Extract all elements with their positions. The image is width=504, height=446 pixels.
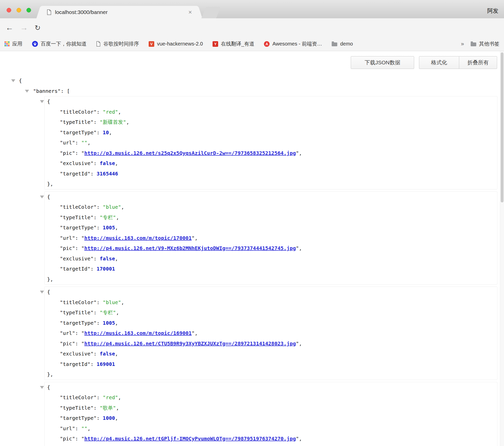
tab-title: localhost:3000/banner bbox=[55, 9, 188, 15]
json-link[interactable]: http://p4.music.126.net/tGPljf-IMOCyPvum… bbox=[84, 436, 296, 442]
json-string-value: "blue" bbox=[103, 299, 121, 305]
apps-grid-icon bbox=[5, 41, 9, 46]
other-bookmarks[interactable]: 其他书签 bbox=[471, 40, 499, 47]
reload-button[interactable]: ↻ bbox=[35, 23, 40, 32]
json-link[interactable]: http://p3.music.126.net/s25q2x5QyqsAzilC… bbox=[84, 150, 296, 156]
json-key: "typeTitle" bbox=[60, 309, 93, 316]
bookmarks-bar: 应用 百度一下，你就知道 谷歌按时间排序 V vue-hackernews-2.… bbox=[0, 37, 504, 51]
folder-icon bbox=[332, 42, 337, 46]
json-key: "titleColor" bbox=[60, 204, 97, 210]
browser-tab[interactable]: localhost:3000/banner × bbox=[42, 6, 197, 18]
banner-object-3: {"titleColor": "red","typeTitle": "歌单","… bbox=[44, 382, 497, 446]
json-key: "targetId" bbox=[60, 266, 90, 272]
json-number-value: 1005 bbox=[103, 225, 115, 231]
json-field-targetType: "targetType": 1005, bbox=[45, 222, 497, 233]
collapse-all-button[interactable]: 折叠所有 bbox=[459, 56, 497, 69]
json-banners-key: "banners": [ bbox=[0, 86, 500, 96]
scrollbar-thumb[interactable] bbox=[501, 52, 503, 202]
maximize-window-button[interactable] bbox=[26, 8, 31, 12]
json-field-titleColor: "titleColor": "blue", bbox=[45, 202, 497, 212]
json-key: "targetId" bbox=[60, 171, 90, 177]
json-number-value: 3165446 bbox=[97, 171, 118, 177]
bookmark-apps[interactable]: 应用 bbox=[5, 40, 22, 47]
bookmark-baidu[interactable]: 百度一下，你就知道 bbox=[32, 40, 87, 47]
traffic-lights bbox=[7, 8, 31, 12]
json-number-value: 1000 bbox=[103, 415, 115, 421]
json-key: "titleColor" bbox=[60, 299, 97, 305]
bookmark-awesomes[interactable]: A Awesomes - 前端资… bbox=[264, 40, 322, 47]
json-field-exclusive: "exclusive": false, bbox=[45, 444, 497, 446]
bookmark-google-sort[interactable]: 谷歌按时间排序 bbox=[96, 40, 139, 47]
page-favicon-icon bbox=[47, 9, 51, 15]
json-field-exclusive: "exclusive": false, bbox=[45, 158, 497, 169]
json-key: "targetType" bbox=[60, 415, 97, 421]
json-string-value: "red" bbox=[103, 394, 118, 400]
json-field-targetType: "targetType": 1005, bbox=[45, 318, 497, 328]
object-open-brace: { bbox=[45, 287, 497, 297]
json-key: "typeTitle" bbox=[60, 405, 93, 411]
bookmark-label: 应用 bbox=[12, 40, 22, 47]
download-json-button[interactable]: 下载JSON数据 bbox=[351, 56, 414, 69]
json-string-value: "歌单" bbox=[100, 405, 116, 411]
minimize-window-button[interactable] bbox=[17, 8, 21, 12]
object-close-brace: }, bbox=[45, 179, 497, 189]
bookmark-label: 百度一下，你就知道 bbox=[41, 40, 87, 47]
collapse-toggle-icon[interactable] bbox=[11, 79, 15, 82]
chrome-profile-name[interactable]: 阿发 bbox=[487, 7, 498, 15]
bookmark-youdao-translate[interactable]: Y 在线翻译_有道 bbox=[213, 40, 254, 47]
json-link[interactable]: http://p4.music.126.net/CTU5B9R9y3XyYBZX… bbox=[84, 340, 296, 347]
json-link[interactable]: http://music.163.com/m/topic/170001 bbox=[84, 235, 191, 241]
json-key: "exclusive" bbox=[60, 256, 93, 262]
json-field-exclusive: "exclusive": false, bbox=[45, 254, 497, 264]
json-field-typeTitle: "typeTitle": "专栏", bbox=[45, 212, 497, 223]
json-link[interactable]: http://p4.music.126.net/V9-MXz6b2MNhEKju… bbox=[84, 245, 296, 251]
json-field-typeTitle: "typeTitle": "歌单", bbox=[45, 403, 497, 413]
json-key: "typeTitle" bbox=[60, 214, 93, 220]
new-tab-button[interactable] bbox=[201, 7, 221, 18]
page-icon bbox=[96, 41, 101, 47]
vertical-scrollbar[interactable] bbox=[500, 51, 504, 446]
json-key: "url" bbox=[60, 330, 75, 336]
awesomes-letter-icon: A bbox=[264, 41, 270, 47]
format-button[interactable]: 格式化 bbox=[419, 56, 459, 69]
window-titlebar: localhost:3000/banner × 阿发 bbox=[0, 0, 504, 18]
json-field-exclusive: "exclusive": false, bbox=[45, 349, 497, 359]
tab-close-icon[interactable]: × bbox=[188, 10, 192, 15]
collapse-toggle-icon[interactable] bbox=[25, 90, 29, 93]
json-key: "targetId" bbox=[60, 361, 90, 367]
collapse-toggle-icon[interactable] bbox=[40, 386, 44, 389]
banner-object-0: {"titleColor": "red","typeTitle": "新碟首发"… bbox=[44, 96, 497, 189]
forward-button[interactable]: → bbox=[20, 23, 28, 32]
json-field-pic: "pic": "http://p4.music.126.net/V9-MXz6b… bbox=[45, 243, 497, 254]
json-key: "pic" bbox=[60, 150, 75, 156]
close-window-button[interactable] bbox=[7, 8, 11, 12]
json-field-typeTitle: "typeTitle": "专栏", bbox=[45, 307, 497, 318]
collapse-toggle-icon[interactable] bbox=[40, 100, 44, 103]
json-boolean-value: false bbox=[100, 160, 115, 166]
bookmark-demo-folder[interactable]: demo bbox=[332, 41, 353, 47]
other-bookmarks-label: 其他书签 bbox=[479, 40, 499, 47]
json-field-targetType: "targetType": 1000, bbox=[45, 413, 497, 423]
json-string-value: "red" bbox=[103, 109, 118, 115]
json-string-value: "" bbox=[81, 140, 87, 146]
json-key: "url" bbox=[60, 140, 75, 146]
bookmarks-overflow-chevron[interactable]: » bbox=[461, 41, 464, 47]
bookmark-label: Awesomes - 前端资… bbox=[272, 40, 322, 47]
vue-letter-icon: V bbox=[149, 41, 154, 47]
bookmark-label: vue-hackernews-2.0 bbox=[157, 41, 203, 47]
json-key: "titleColor" bbox=[60, 109, 97, 115]
json-string-value: "新碟首发" bbox=[100, 119, 126, 125]
json-number-value: 169001 bbox=[97, 361, 115, 367]
json-key: "targetType" bbox=[60, 129, 97, 136]
bookmark-vue-hackernews[interactable]: V vue-hackernews-2.0 bbox=[149, 41, 203, 47]
back-button[interactable]: ← bbox=[6, 23, 13, 32]
json-number-value: 170001 bbox=[97, 266, 115, 272]
collapse-toggle-icon[interactable] bbox=[40, 291, 44, 293]
collapse-toggle-icon[interactable] bbox=[40, 196, 44, 198]
browser-toolbar: ← → ↻ ⓘ localhost:3000/banner ☆ V en✎ FE… bbox=[0, 18, 504, 37]
json-field-targetId: "targetId": 3165446 bbox=[45, 169, 497, 179]
json-key: "exclusive" bbox=[60, 160, 93, 166]
json-link[interactable]: http://music.163.com/m/topic/169001 bbox=[84, 330, 191, 336]
bookmarks-right-group: » 其他书签 bbox=[461, 40, 499, 47]
folder-icon bbox=[471, 42, 476, 46]
